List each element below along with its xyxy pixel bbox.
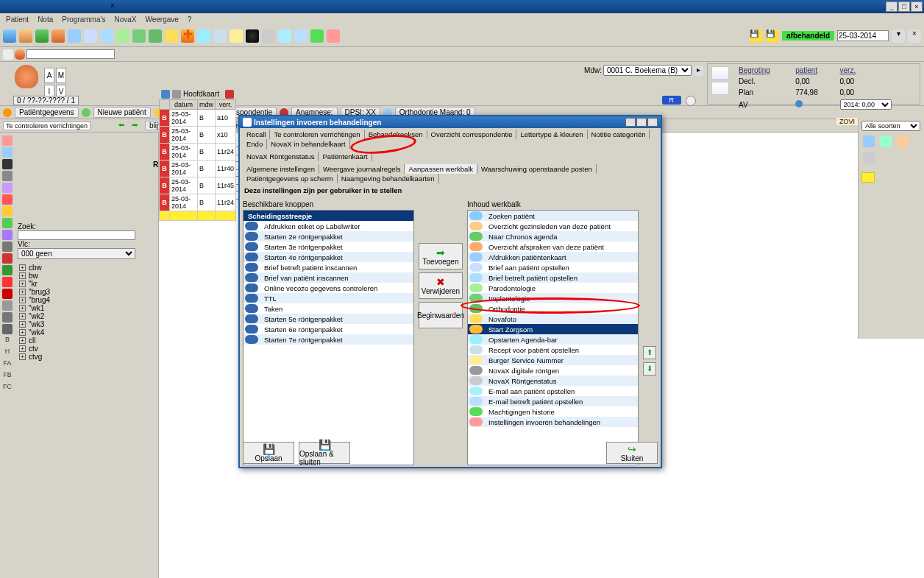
- zorgsom-icon[interactable]: ✚: [181, 29, 194, 43]
- am-a[interactable]: A: [44, 68, 54, 83]
- new-doc-icon[interactable]: [3, 49, 13, 60]
- list-item[interactable]: Brief aan patiënt opstellen: [468, 262, 638, 272]
- dialog-tab[interactable]: Behandelreeksen: [365, 130, 427, 139]
- table-row-new[interactable]: [160, 211, 236, 221]
- tree-toggle-icon[interactable]: +: [19, 313, 26, 320]
- tree-item[interactable]: +cll: [18, 336, 155, 345]
- dialog-tab[interactable]: Notitie categoriën: [588, 130, 650, 139]
- dialog-tab[interactable]: Te controleren verrichtingen: [270, 130, 364, 139]
- table-row[interactable]: B25-03-2014B11r40: [160, 161, 236, 177]
- menu-novax[interactable]: NovaX: [114, 15, 136, 24]
- menu-nota[interactable]: Nota: [38, 15, 53, 24]
- tree-item[interactable]: +cbw: [18, 264, 155, 272]
- list-item[interactable]: E-mail betreft patiënt opstellen: [468, 396, 638, 406]
- dialog-tab[interactable]: Lettertype & kleuren: [516, 130, 587, 139]
- dialog-tab[interactable]: Overzicht correspondentie: [427, 130, 517, 139]
- list-item[interactable]: Opstarten Agenda-bar: [468, 334, 638, 345]
- table-row[interactable]: B25-03-2014Bx10: [160, 127, 236, 144]
- left-icon-10[interactable]: [2, 253, 13, 264]
- soorten-select[interactable]: Alle soorten: [861, 121, 920, 131]
- chronos-icon[interactable]: [35, 29, 49, 43]
- dialog-tab[interactable]: Recall: [243, 130, 270, 139]
- dialog-min-button[interactable]: _: [625, 118, 636, 127]
- left-icon-text-FC[interactable]: FC: [2, 383, 13, 393]
- dialog-tab[interactable]: Aanpassen werkbalk: [405, 164, 477, 174]
- implant-icon[interactable]: [132, 29, 146, 43]
- menu-programmas[interactable]: Programma's: [62, 15, 105, 24]
- save1-icon[interactable]: 💾: [750, 29, 763, 43]
- rp-icon3[interactable]: [897, 135, 909, 147]
- dialog-tab[interactable]: Naamgeving behandelkaarten: [338, 174, 439, 183]
- zoek-input[interactable]: [18, 230, 135, 240]
- clear-search-icon[interactable]: ×: [110, 1, 115, 10]
- list-item[interactable]: Brief betreft patiënt opstellen: [468, 272, 638, 283]
- left-icon-6[interactable]: [2, 206, 13, 216]
- grid-cell[interactable]: [197, 211, 215, 221]
- dialog-max-button[interactable]: □: [636, 118, 647, 127]
- am-m[interactable]: M: [56, 68, 66, 83]
- mdw-action-icon[interactable]: ▸: [693, 66, 703, 76]
- table-row[interactable]: B25-03-2014Ba10: [160, 110, 236, 127]
- grid-col[interactable]: datum: [170, 100, 198, 110]
- left-icon-2[interactable]: [2, 159, 13, 169]
- list-item[interactable]: Afdrukken patiëntenkaart: [468, 252, 638, 262]
- date-dropdown-icon[interactable]: ▾: [892, 29, 905, 43]
- grid-cell[interactable]: [160, 211, 170, 221]
- arrow-right-icon[interactable]: ➡: [132, 121, 142, 131]
- list-item[interactable]: NovaX digitale röntgen: [468, 365, 638, 376]
- print-icon[interactable]: [68, 29, 81, 43]
- list-item[interactable]: Naar Chronos agenda: [468, 231, 638, 242]
- tree-toggle-icon[interactable]: +: [19, 329, 26, 336]
- dialog-tab[interactable]: Waarschuwing openstaande posten: [477, 164, 597, 174]
- left-icon-12[interactable]: [2, 277, 13, 287]
- left-icon-11[interactable]: [2, 265, 13, 275]
- left-icon-0[interactable]: [2, 135, 13, 146]
- left-icon-14[interactable]: [2, 300, 13, 311]
- date-input[interactable]: [837, 30, 889, 41]
- dialog-tab[interactable]: Weergave journaalregels: [319, 164, 405, 174]
- tree-item[interactable]: +ctvg: [18, 353, 155, 361]
- tree-item[interactable]: +"brug4: [18, 296, 155, 304]
- list-item[interactable]: Novafoto: [468, 314, 638, 324]
- dialog-tab[interactable]: NovaX Röntgenstatus: [243, 152, 319, 161]
- list-item[interactable]: Taken: [244, 303, 413, 314]
- tree-toggle-icon[interactable]: +: [19, 297, 26, 303]
- save2-icon[interactable]: 💾: [766, 29, 779, 43]
- rp-icon4[interactable]: [863, 152, 875, 163]
- grid-col[interactable]: [160, 100, 170, 110]
- list-item[interactable]: Burger Service Nummer: [468, 355, 638, 365]
- list-item[interactable]: Overzicht gezinsleden van deze patiënt: [468, 221, 638, 231]
- grid-cell[interactable]: [170, 211, 198, 221]
- tree-item[interactable]: +"kr: [18, 280, 155, 288]
- list-item[interactable]: Starten 6e röntgenpakket: [244, 324, 413, 334]
- left-icon-1[interactable]: [2, 147, 13, 158]
- av-select[interactable]: 2014: 0,00: [840, 99, 892, 110]
- letter2-icon[interactable]: [100, 29, 113, 43]
- list-item[interactable]: Scheidingsstreepje: [244, 211, 413, 221]
- tree-item[interactable]: +"wk4: [18, 328, 155, 336]
- ortho-icon[interactable]: [149, 29, 162, 43]
- tree-item[interactable]: +ctv: [18, 345, 155, 353]
- tree-toggle-icon[interactable]: +: [19, 337, 26, 344]
- grid-col[interactable]: mdw: [197, 100, 215, 110]
- left-icon-3[interactable]: [2, 171, 13, 181]
- list-item[interactable]: Starten 5e röntgenpakket: [244, 314, 413, 324]
- bsn-icon[interactable]: [230, 29, 243, 43]
- print-begroting-icon[interactable]: [711, 82, 729, 95]
- rp-icon1[interactable]: [863, 135, 875, 147]
- left-icon-text-FB[interactable]: FB: [2, 371, 13, 381]
- left-icon-text-FA[interactable]: FA: [2, 359, 13, 370]
- list-item[interactable]: Recept voor patiënt opstellen: [468, 345, 638, 355]
- table-row[interactable]: B25-03-2014B11r45: [160, 177, 236, 194]
- list-item[interactable]: Implantologie: [468, 293, 638, 303]
- patient-avatar-icon[interactable]: [15, 49, 25, 60]
- grid-col[interactable]: verr.: [215, 100, 235, 110]
- paro-icon[interactable]: [116, 29, 129, 43]
- left-icon-7[interactable]: [2, 218, 13, 228]
- binoculars-icon[interactable]: [3, 29, 16, 43]
- list-item[interactable]: Zoeken patiënt: [468, 211, 638, 221]
- radiation-icon[interactable]: [246, 29, 259, 43]
- table-row[interactable]: B25-03-2014B11r24: [160, 194, 236, 211]
- dialog-tab[interactable]: Patiëntgegevens op scherm: [243, 174, 338, 183]
- list-item[interactable]: NovaX Röntgenstatus: [468, 376, 638, 386]
